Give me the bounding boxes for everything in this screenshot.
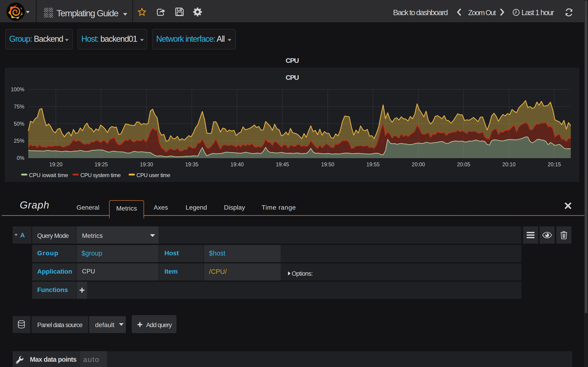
svg-text:75%: 75% [14, 104, 24, 110]
svg-text:19:25: 19:25 [95, 161, 108, 167]
svg-text:19:35: 19:35 [185, 161, 199, 167]
svg-text:19:50: 19:50 [321, 161, 334, 167]
svg-text:0%: 0% [17, 155, 24, 161]
svg-text:50%: 50% [14, 121, 24, 127]
svg-text:19:30: 19:30 [140, 161, 153, 167]
svg-text:100%: 100% [11, 86, 24, 92]
svg-text:25%: 25% [14, 138, 24, 144]
svg-text:20:10: 20:10 [502, 161, 516, 167]
svg-text:20:05: 20:05 [457, 161, 470, 167]
svg-text:20:15: 20:15 [548, 161, 561, 167]
svg-text:19:40: 19:40 [231, 161, 244, 167]
svg-text:19:20: 19:20 [49, 161, 62, 167]
svg-text:19:45: 19:45 [276, 161, 289, 167]
svg-text:20:00: 20:00 [412, 161, 425, 167]
svg-text:19:55: 19:55 [366, 161, 380, 167]
